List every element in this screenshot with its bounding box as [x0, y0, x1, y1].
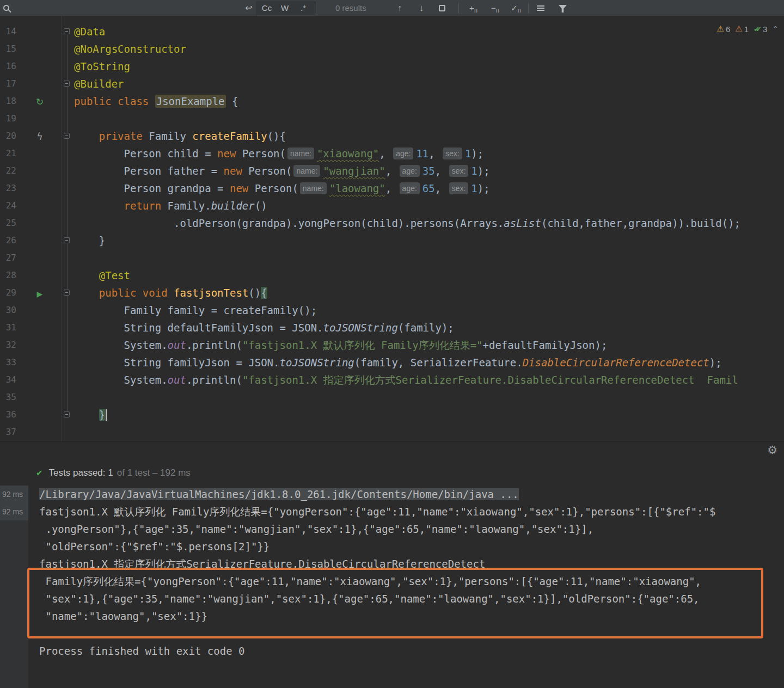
line-number[interactable]: 37 — [0, 423, 19, 441]
warnings-indicator[interactable]: ⚠ 6 — [717, 24, 731, 34]
fold-marker-icon[interactable] — [64, 237, 70, 243]
fold-area — [61, 284, 74, 302]
line-number[interactable]: 26 — [0, 232, 19, 249]
gear-icon[interactable]: ⚙ — [767, 444, 777, 457]
line-number[interactable]: 20 — [0, 127, 19, 145]
code-line[interactable]: 34 System.out.println("fastjson1.X 指定序列化… — [0, 371, 784, 389]
filter-lines-icon[interactable] — [537, 5, 544, 7]
line-number[interactable]: 19 — [0, 110, 19, 127]
code-line[interactable]: 19 — [0, 110, 784, 127]
line-number[interactable]: 23 — [0, 180, 19, 197]
filter-funnel-icon[interactable] — [559, 5, 567, 13]
gutter-icon-area — [19, 214, 61, 232]
code-token: name: — [287, 148, 314, 159]
previous-occurrence-icon[interactable]: ↑ — [394, 0, 405, 16]
undo-icon[interactable]: ↩ — [243, 0, 255, 16]
line-number[interactable]: 30 — [0, 302, 19, 319]
open-in-find-window-icon[interactable] — [439, 5, 445, 11]
console-line[interactable]: /Library/Java/JavaVirtualMachines/jdk1.8… — [39, 486, 784, 503]
code-line[interactable]: 20ϟ private Family createFamily(){ — [0, 127, 784, 145]
line-number[interactable]: 15 — [0, 40, 19, 58]
regex-toggle[interactable]: .* — [296, 0, 311, 16]
chevron-up-icon[interactable]: ⌃ — [772, 24, 779, 33]
console-line[interactable]: fastjson1.X 默认序列化 Family序列化结果={"yongPers… — [39, 503, 784, 520]
line-number[interactable]: 21 — [0, 145, 19, 162]
passed-indicator[interactable]: ✔✔ 3 — [754, 24, 767, 34]
select-all-occurrences-icon[interactable]: ✓II — [509, 0, 524, 16]
code-editor[interactable]: 14@Data15@NoArgsConstructor16@ToString17… — [0, 16, 784, 441]
gutter-icon-area — [19, 319, 61, 336]
fold-marker-icon[interactable] — [64, 411, 70, 417]
code-line[interactable]: 21 Person child = new Person(name:"xiaow… — [0, 145, 784, 162]
code-token: "xiaowang" — [317, 148, 379, 159]
code-line[interactable]: 33 String familyJson = JSON.toJSONString… — [0, 354, 784, 371]
code-token: (family); — [398, 322, 454, 334]
console-line[interactable]: Family序列化结果={"yongPerson":{"age":11,"nam… — [39, 573, 784, 590]
fold-marker-icon[interactable] — [64, 28, 70, 34]
code-line[interactable]: 29▶ public void fastjsonTest(){ — [0, 284, 784, 302]
gutter-icon-area — [19, 23, 61, 40]
code-line[interactable]: 22 Person father = new Person(name:"wang… — [0, 162, 784, 180]
code-line[interactable]: 23 Person grandpa = new Person(name:"lao… — [0, 180, 784, 197]
code-line[interactable]: 14@Data — [0, 23, 784, 40]
console-line[interactable]: "name":"laowang","sex":1}} — [39, 607, 784, 625]
fold-marker-icon[interactable] — [64, 133, 70, 139]
run-icon[interactable]: ▶ — [37, 290, 43, 298]
code-line[interactable]: 32 System.out.println("fastjson1.X 默认序列化… — [0, 336, 784, 354]
add-occurrence-icon[interactable]: +II — [466, 0, 481, 16]
line-number[interactable]: 33 — [0, 354, 19, 371]
code-line[interactable]: 26 } — [0, 232, 784, 249]
console-line[interactable]: Process finished with exit code 0 — [39, 642, 784, 660]
line-number[interactable]: 32 — [0, 336, 19, 354]
console-output[interactable]: /Library/Java/JavaVirtualMachines/jdk1.8… — [28, 486, 784, 688]
test-status-label: Tests passed: 1 — [49, 468, 113, 478]
line-number[interactable]: 14 — [0, 23, 19, 40]
line-number[interactable]: 28 — [0, 267, 19, 284]
fold-area — [61, 162, 74, 180]
code-line[interactable]: 27 — [0, 249, 784, 267]
line-number[interactable]: 36 — [0, 406, 19, 423]
code-line[interactable]: 17@Builder — [0, 75, 784, 93]
line-number[interactable]: 25 — [0, 214, 19, 232]
code-line[interactable]: 18↻public class JsonExample { — [0, 93, 784, 110]
code-token — [74, 409, 99, 421]
code-text — [74, 249, 784, 267]
console-line[interactable] — [39, 625, 784, 642]
console-line[interactable]: fastjson1.X 指定序列化方式SerializerFeature.Dis… — [39, 555, 784, 573]
match-case-toggle[interactable]: Cc — [259, 0, 274, 16]
code-line[interactable]: 35 — [0, 389, 784, 406]
whole-words-toggle[interactable]: W — [278, 0, 291, 16]
code-line[interactable]: 28 @Test — [0, 267, 784, 284]
console-line[interactable]: "sex":1},{"age":35,"name":"wangjian","se… — [39, 590, 784, 607]
code-line[interactable]: 30 Family family = createFamily(); — [0, 302, 784, 319]
flash-icon[interactable]: ϟ — [36, 131, 42, 142]
fold-marker-icon[interactable] — [64, 81, 70, 87]
line-number[interactable]: 24 — [0, 197, 19, 214]
line-number[interactable]: 18 — [0, 93, 19, 110]
code-line[interactable]: 15@NoArgsConstructor — [0, 40, 784, 58]
code-line[interactable]: 25 .oldPerson(grandpa).yongPerson(child)… — [0, 214, 784, 232]
code-token: , — [435, 182, 448, 194]
code-line[interactable]: 16@ToString — [0, 58, 784, 75]
console-line[interactable]: .yongPerson"},{"age":35,"name":"wangjian… — [39, 520, 784, 538]
remove-occurrence-icon[interactable]: −II — [488, 0, 503, 16]
next-occurrence-icon[interactable]: ↓ — [416, 0, 427, 16]
code-line[interactable]: 24 return Family.builder() — [0, 197, 784, 214]
fold-area — [61, 40, 74, 58]
line-number[interactable]: 27 — [0, 249, 19, 267]
code-line[interactable]: 37 — [0, 423, 784, 441]
line-number[interactable]: 35 — [0, 389, 19, 406]
override-icon[interactable]: ↻ — [36, 96, 44, 107]
line-number[interactable]: 17 — [0, 75, 19, 93]
line-number[interactable]: 16 — [0, 58, 19, 75]
fold-marker-icon[interactable] — [64, 290, 70, 296]
typos-indicator[interactable]: ⚠ 1 — [735, 24, 749, 34]
search-icon[interactable] — [3, 5, 9, 11]
line-number[interactable]: 22 — [0, 162, 19, 180]
line-number[interactable]: 29 — [0, 284, 19, 302]
code-line[interactable]: 36 } — [0, 406, 784, 423]
line-number[interactable]: 34 — [0, 371, 19, 389]
console-line[interactable]: "oldPerson":{"$ref":"$.persons[2]"}} — [39, 538, 784, 555]
code-line[interactable]: 31 String defaultFamilyJson = JSON.toJSO… — [0, 319, 784, 336]
line-number[interactable]: 31 — [0, 319, 19, 336]
